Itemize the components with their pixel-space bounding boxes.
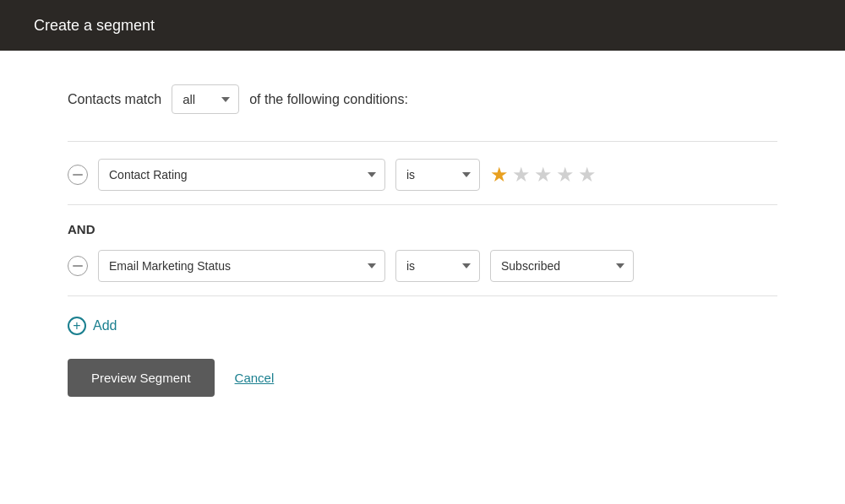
match-select[interactable]: all any [172,84,239,114]
star-3[interactable]: ★ [534,165,553,185]
preview-segment-button[interactable]: Preview Segment [68,359,215,397]
remove-filter-2-button[interactable] [68,256,88,276]
filter-operator-select-1[interactable]: is is not [395,159,480,191]
minus-icon [73,174,83,176]
conditions-prefix-label: Contacts match [68,92,161,107]
filter-row-1: Contact Rating Email Marketing Status is… [68,159,777,191]
minus-icon-2 [73,265,83,267]
divider-3 [68,295,777,296]
star-5[interactable]: ★ [578,165,597,185]
remove-filter-1-button[interactable] [68,165,88,185]
divider-1 [68,141,777,142]
add-circle-icon: + [68,317,86,335]
conditions-suffix-label: of the following conditions: [249,92,408,107]
add-button-label: Add [93,318,117,333]
star-4[interactable]: ★ [556,165,575,185]
main-content: Contacts match all any of the following … [0,51,845,431]
filter-operator-select-2[interactable]: is is not [395,250,480,282]
star-2[interactable]: ★ [512,165,531,185]
add-condition-button[interactable]: + Add [68,317,117,335]
add-row: + Add [68,317,777,335]
star-rating[interactable]: ★ ★ ★ ★ ★ [490,165,597,185]
divider-2 [68,204,777,205]
conditions-match-row: Contacts match all any of the following … [68,84,777,114]
filter-value-select-2[interactable]: Subscribed Unsubscribed Pending [490,250,634,282]
actions-row: Preview Segment Cancel [68,359,777,397]
filter-field-select-1[interactable]: Contact Rating Email Marketing Status [98,159,385,191]
filter-field-select-2[interactable]: Email Marketing Status Contact Rating [98,250,385,282]
page-header: Create a segment [0,0,845,51]
page-title: Create a segment [34,17,155,35]
cancel-button[interactable]: Cancel [235,371,275,385]
and-label: AND [68,222,777,236]
filter-row-2: Email Marketing Status Contact Rating is… [68,250,777,282]
star-1[interactable]: ★ [490,165,509,185]
